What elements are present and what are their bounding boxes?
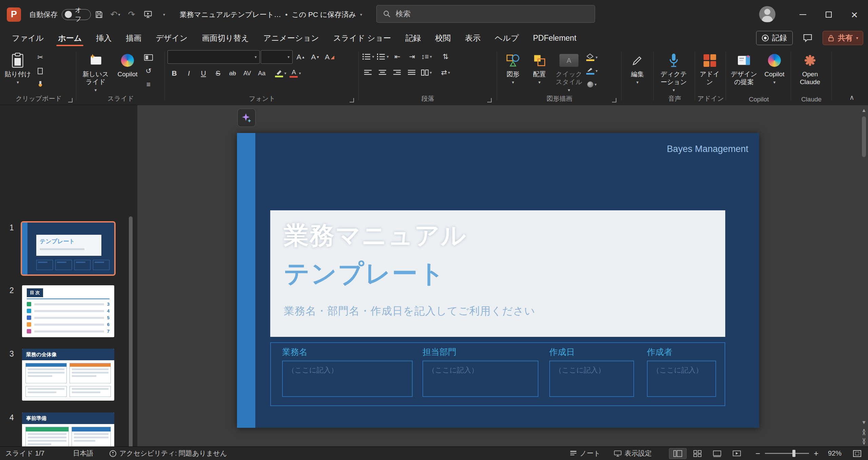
collapse-ribbon-button[interactable]: ∧ [849, 93, 854, 101]
comments-button[interactable] [800, 31, 815, 45]
align-right-button[interactable] [391, 66, 404, 79]
share-button[interactable]: 共有 ▾ [823, 31, 863, 45]
tab-review[interactable]: 校閲 [428, 29, 458, 47]
strikethrough-button[interactable]: S [211, 67, 225, 80]
tab-design[interactable]: デザイン [149, 29, 195, 47]
quick-styles-button[interactable]: A クイックスタイル ▾ [553, 50, 585, 95]
copilot-button[interactable]: Copilot [113, 50, 142, 80]
highlight-color-button[interactable]: ▾ [274, 67, 288, 80]
scrollbar-thumb[interactable] [862, 116, 866, 157]
save-button[interactable] [91, 6, 107, 23]
shape-outline-button[interactable]: ▾ [585, 64, 599, 77]
document-title[interactable]: 業務マニュアルテンプレート… • この PC に保存済み ▾ [180, 10, 362, 19]
zoom-level[interactable]: 92% [828, 449, 842, 457]
font-size-combo[interactable]: ▾ [261, 50, 293, 64]
increase-font-size-button[interactable]: A▴ [294, 51, 307, 63]
scroll-up-icon[interactable]: ▲ [862, 107, 867, 114]
dictation-button[interactable]: ディクテーション ▾ [655, 50, 692, 95]
tab-file[interactable]: ファイル [5, 29, 51, 47]
thumbnail-slide-1[interactable]: テンプレート [22, 223, 114, 274]
tab-pdfelement[interactable]: PDFelement [526, 29, 584, 47]
canvas-scrollbar[interactable]: ▲ ▼ ∧∧ ∨∨ [861, 107, 867, 444]
field-input-box[interactable]: （ここに記入） [282, 361, 413, 397]
minimize-button[interactable] [790, 0, 816, 29]
slide-editing-area[interactable]: Bayes Management 業務マニュアル テンプレート 業務名・部門名・… [237, 133, 759, 428]
autosave-toggle[interactable]: オフ [62, 9, 91, 20]
align-left-button[interactable] [361, 66, 375, 79]
next-slide-button[interactable]: ∨∨ [862, 438, 866, 444]
paste-button[interactable]: 貼り付け ▾ [2, 50, 34, 87]
search-box[interactable]: 検索 [376, 5, 595, 23]
new-slide-button[interactable]: 新しいスライド ▾ [78, 50, 113, 95]
text-direction-button[interactable]: ⇅ [439, 50, 452, 63]
language-indicator[interactable]: 日本語 [73, 449, 93, 458]
design-ideas-button[interactable]: デザインの提案 [728, 50, 760, 88]
field-input-box[interactable]: （ここに記入） [422, 361, 538, 397]
reset-slide-button[interactable]: ↺ [142, 64, 155, 77]
shape-effects-button[interactable]: ▾ [585, 78, 599, 91]
decrease-font-size-button[interactable]: A▾ [308, 51, 322, 63]
close-button[interactable]: × [842, 0, 867, 29]
dialog-launcher-icon[interactable] [68, 98, 73, 102]
change-case-button[interactable]: Aa [255, 67, 269, 80]
bold-button[interactable]: B [167, 67, 181, 80]
font-color-button[interactable]: A ▾ [289, 67, 302, 80]
italic-button[interactable]: I [182, 67, 196, 80]
thumbnail-slide-4[interactable]: 事前準備 [22, 413, 114, 446]
restore-button[interactable] [816, 0, 842, 29]
previous-slide-button[interactable]: ∧∧ [862, 429, 866, 435]
display-settings-button[interactable]: 表示設定 [614, 449, 652, 458]
editing-button[interactable]: 編集 ▾ [623, 50, 652, 87]
underline-button[interactable]: U [197, 67, 210, 80]
arrange-button[interactable]: 配置 ▾ [526, 50, 553, 87]
slide-indicator[interactable]: スライド 1/7 [5, 449, 44, 458]
tab-help[interactable]: ヘルプ [488, 29, 526, 47]
justify-button[interactable] [405, 66, 419, 79]
shape-fill-button[interactable]: ▾ [585, 51, 599, 64]
character-spacing-button[interactable]: AV [240, 67, 254, 80]
thumbnail-slide-3[interactable]: 業務の全体像 [22, 349, 114, 401]
open-claude-button[interactable]: Open Claude [792, 50, 828, 88]
dialog-launcher-icon[interactable] [487, 98, 492, 102]
align-center-button[interactable] [376, 66, 390, 79]
tab-home[interactable]: ホーム [51, 29, 89, 47]
field-input-box[interactable]: （ここに記入） [549, 361, 634, 397]
columns-button[interactable]: ▾ [420, 66, 433, 79]
tab-draw[interactable]: 描画 [119, 29, 149, 47]
tab-insert[interactable]: 挿入 [89, 29, 119, 47]
slide-sorter-view-button[interactable] [689, 448, 706, 459]
tab-record[interactable]: 記録 [398, 29, 428, 47]
bullet-list-button[interactable]: ▾ [361, 50, 375, 63]
undo-button[interactable]: ↶▾ [107, 6, 123, 23]
slide-title-box[interactable]: 業務マニュアル テンプレート 業務名・部門名・作成日を記入してご利用ください [270, 210, 725, 337]
convert-to-smartart-button[interactable]: ⇄▾ [439, 66, 452, 79]
line-spacing-button[interactable]: ↕≡▾ [420, 50, 433, 63]
copy-button[interactable] [34, 64, 47, 77]
scroll-down-icon[interactable]: ▼ [862, 419, 867, 426]
reading-view-button[interactable] [708, 448, 726, 459]
slide-brand-text[interactable]: Bayes Management [667, 144, 748, 154]
scrollbar-thumb[interactable] [129, 216, 133, 446]
double-strikethrough-button[interactable]: ab [226, 67, 239, 80]
tab-view[interactable]: 表示 [458, 29, 488, 47]
user-avatar[interactable] [759, 6, 775, 22]
slide-layout-button[interactable] [142, 51, 155, 64]
addins-button[interactable]: アドイン [696, 50, 723, 88]
cut-button[interactable]: ✂ [34, 51, 47, 64]
tab-transitions[interactable]: 画面切り替え [195, 29, 256, 47]
dialog-launcher-icon[interactable] [612, 98, 616, 102]
accessibility-checker[interactable]: アクセシビリティ: 問題ありません [110, 449, 227, 458]
record-button[interactable]: 記録 [756, 31, 793, 45]
field-input-box[interactable]: （ここに記入） [647, 361, 716, 397]
shapes-button[interactable]: 図形 ▾ [500, 50, 526, 87]
font-name-combo[interactable]: ▾ [167, 50, 260, 64]
thumbnail-scrollbar[interactable] [129, 213, 133, 444]
zoom-in-button[interactable]: + [814, 449, 818, 458]
zoom-slider[interactable] [765, 453, 809, 454]
numbered-list-button[interactable]: ▾ [376, 50, 390, 63]
redo-button[interactable]: ↷ [123, 6, 140, 23]
decrease-indent-button[interactable]: ⇤ [391, 50, 404, 63]
clear-formatting-button[interactable]: A◢ [323, 51, 336, 63]
tab-animations[interactable]: アニメーション [256, 29, 326, 47]
zoom-out-button[interactable]: − [755, 449, 760, 458]
